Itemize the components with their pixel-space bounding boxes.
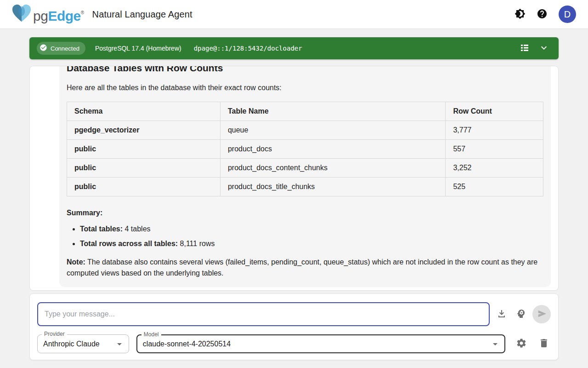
pgedge-wordmark: pgEdge® [33,4,84,25]
psychology-icon [515,308,526,321]
send-button[interactable] [532,305,551,323]
theme-toggle-button[interactable] [511,5,529,23]
column-header-table-name: Table Name [220,102,446,121]
model-select-value: claude-sonnet-4-20250514 [143,340,490,348]
connected-badge-label: Connected [51,45,79,52]
user-avatar[interactable]: D [559,6,576,23]
column-header-row-count: Row Count [446,102,543,121]
schema-cell: public [67,140,220,159]
summary-list: Total tables: 4 tables Total rows across… [67,224,543,249]
pgedge-logo-icon [11,4,32,25]
message-input[interactable] [37,302,490,326]
chat-history-panel: Database Tables with Row Counts Here are… [29,66,559,291]
thinking-mode-button[interactable] [514,307,528,321]
connection-expand-button[interactable] [536,40,552,57]
send-icon [536,309,547,320]
clear-chat-button[interactable] [537,337,551,351]
table-name-cell: product_docs_content_chunks [220,159,446,178]
note-paragraph: Note: The database also contains several… [67,257,543,279]
dropdown-arrow-icon [490,339,501,350]
server-version-text: PostgreSQL 17.4 (Homebrew) [95,45,181,52]
connection-string-text: dpage@::1/128:5432/docloader [194,45,302,52]
table-row: public product_docs_content_chunks 3,252 [67,159,543,178]
connected-badge: Connected [37,42,85,55]
table-name-cell: queue [220,121,446,140]
message-intro: Here are all the tables in the database … [67,82,543,93]
message-heading: Database Tables with Row Counts [67,66,543,75]
model-select-label: Model [141,331,161,338]
connection-status-bar[interactable]: Connected PostgreSQL 17.4 (Homebrew) dpa… [29,37,559,59]
list-icon [519,42,530,55]
pgedge-logo: pgEdge® [11,4,84,25]
column-header-schema: Schema [67,102,220,121]
provider-select-label: Provider [42,331,67,337]
list-item: Total tables: 4 tables [80,224,543,235]
settings-button[interactable] [514,337,528,351]
row-count-cell: 525 [446,178,543,196]
page-title: Natural Language Agent [92,9,192,20]
table-row: public product_docs_title_chunks 525 [67,178,543,196]
list-item: Total rows across all tables: 8,111 rows [80,238,543,249]
schema-cell: pgedge_vectorizer [67,121,220,140]
table-name-cell: product_docs_title_chunks [220,178,446,196]
schema-cell: public [67,159,220,178]
gear-icon [516,338,527,350]
dropdown-arrow-icon [114,339,125,350]
trash-icon [538,338,549,350]
row-count-cell: 3,252 [446,159,543,178]
check-circle-icon [40,44,47,53]
model-select[interactable]: Model claude-sonnet-4-20250514 [136,334,505,353]
composer-panel: Provider Anthropic Claude Model claude-s… [29,293,559,360]
download-icon [496,308,507,321]
assistant-message: Database Tables with Row Counts Here are… [59,66,551,287]
table-header-row: Schema Table Name Row Count [67,102,543,121]
connection-list-button[interactable] [516,40,533,57]
schema-cell: public [67,178,220,196]
summary-heading: Summary: [67,207,543,218]
help-button[interactable] [533,5,551,23]
app-header: pgEdge® Natural Language Agent D [0,0,588,29]
table-name-cell: product_docs [220,140,446,159]
download-button[interactable] [495,307,509,321]
table-row: public product_docs 557 [67,140,543,159]
row-count-cell: 557 [446,140,543,159]
provider-select-value: Anthropic Claude [43,340,114,348]
table-row: pgedge_vectorizer queue 3,777 [67,121,543,140]
row-counts-table: Schema Table Name Row Count pgedge_vecto… [67,102,543,196]
chevron-down-icon [538,42,549,55]
provider-select[interactable]: Provider Anthropic Claude [37,334,129,353]
dark-mode-icon [514,8,526,21]
help-icon [537,8,548,21]
row-count-cell: 3,777 [446,121,543,140]
